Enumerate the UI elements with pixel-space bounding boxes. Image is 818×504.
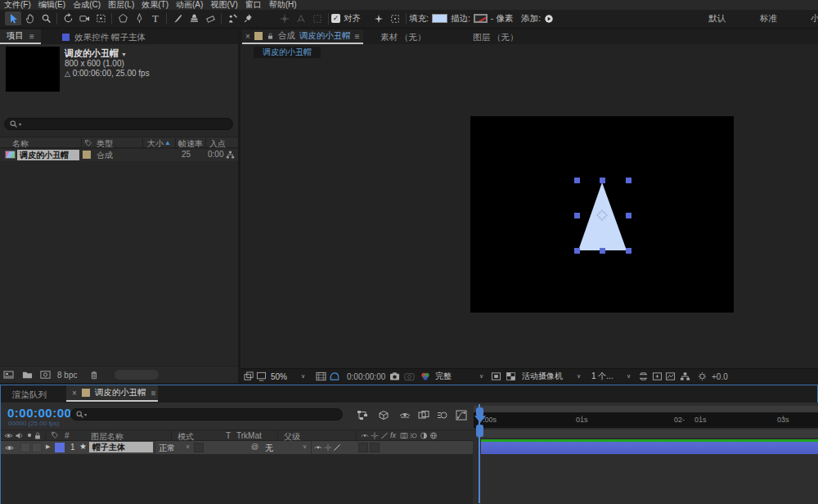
selection-handle[interactable]: [626, 248, 631, 254]
column-size[interactable]: 大小: [147, 138, 164, 150]
selection-handle[interactable]: [574, 213, 580, 218]
selection-handle[interactable]: [600, 248, 605, 254]
project-footer-scrollbar[interactable]: [115, 370, 159, 380]
exposure-icon[interactable]: [697, 369, 708, 384]
lock-icon[interactable]: [267, 32, 274, 40]
close-tab-icon[interactable]: ×: [72, 389, 77, 398]
axis-mode-view-icon[interactable]: [309, 11, 326, 25]
item-label-color[interactable]: [83, 151, 91, 159]
column-type[interactable]: 类型: [97, 138, 113, 150]
layer-quality-icon[interactable]: [333, 443, 341, 452]
snap-bounds-icon[interactable]: [387, 11, 403, 25]
layer-parent-dropdown[interactable]: 无: [265, 443, 273, 454]
time-ruler[interactable]: :00s 01s 02- 01s 03s: [474, 412, 818, 428]
shape-tool-icon[interactable]: [115, 11, 131, 25]
comp-info-name[interactable]: 调皮的小丑帽 ▼: [65, 47, 127, 60]
tab-effect-controls[interactable]: 效果控件 帽子主体: [74, 32, 146, 43]
camera-tool-icon[interactable]: [76, 11, 92, 25]
selection-handle[interactable]: [626, 178, 631, 183]
clone-stamp-tool-icon[interactable]: [186, 11, 202, 25]
selection-handle[interactable]: [574, 178, 580, 183]
transparency-grid-icon[interactable]: [506, 369, 516, 384]
new-folder-icon[interactable]: [18, 370, 36, 380]
tab-render-queue[interactable]: 渲染队列: [12, 389, 47, 401]
project-item-row[interactable]: 调皮的小丑帽 合成 25 0:00: [0, 149, 238, 161]
resolution-dropdown[interactable]: 完整: [435, 369, 452, 384]
workspace-small[interactable]: 小: [811, 10, 818, 27]
type-tool-icon[interactable]: T: [147, 11, 164, 25]
column-inpoint[interactable]: 入点: [209, 138, 226, 150]
project-search-input[interactable]: ▾: [4, 118, 233, 130]
primary-viewer-icon[interactable]: [256, 369, 267, 384]
camera-caret-icon[interactable]: ∨: [577, 369, 581, 384]
comp-thumbnail[interactable]: [6, 47, 60, 92]
panel-menu-icon[interactable]: ≡: [151, 389, 156, 398]
frame-blending-icon[interactable]: [418, 410, 429, 421]
layer-audio-cell[interactable]: [20, 443, 30, 452]
mask-roi-icon[interactable]: [329, 369, 340, 384]
tab-footage[interactable]: 素材 （无）: [380, 32, 425, 43]
layer-expand-icon[interactable]: ▶: [46, 443, 50, 450]
layer-shy-icon[interactable]: [314, 443, 322, 452]
trkmat-column[interactable]: TrkMat: [236, 431, 262, 440]
zoom-tool-icon[interactable]: [38, 11, 54, 25]
mini-flowchart-icon[interactable]: [680, 369, 690, 384]
pixel-aspect-icon[interactable]: [652, 369, 663, 384]
delete-icon[interactable]: [85, 370, 103, 380]
motion-blur-icon[interactable]: [437, 410, 448, 421]
rotation-tool-icon[interactable]: [60, 11, 76, 25]
workspace-standard[interactable]: 标准: [760, 10, 777, 27]
zoom-caret-icon[interactable]: ∨: [301, 369, 305, 384]
work-area-start-handle[interactable]: [476, 425, 483, 437]
layer-mode-dropdown[interactable]: 正常: [159, 443, 175, 454]
layer-visibility-icon[interactable]: [5, 443, 14, 452]
channels-icon[interactable]: [420, 369, 431, 384]
views-caret-icon[interactable]: ∨: [627, 369, 631, 384]
view-layout-dropdown[interactable]: 1 个...: [591, 369, 614, 384]
hand-tool-icon[interactable]: [21, 11, 38, 25]
snap-star-icon[interactable]: [371, 11, 387, 25]
layer-switch-cell[interactable]: [358, 443, 368, 452]
work-area-bar[interactable]: [476, 430, 818, 438]
timeline-navigator[interactable]: [474, 406, 818, 412]
parent-pickwhip-icon[interactable]: @: [251, 443, 258, 451]
column-framerate[interactable]: 帧速率: [178, 138, 203, 150]
interpret-footage-icon[interactable]: [0, 370, 18, 380]
t-column[interactable]: T: [226, 431, 231, 440]
layer-duration-bar[interactable]: [481, 442, 818, 454]
always-preview-icon[interactable]: [244, 369, 254, 384]
stroke-color-swatch[interactable]: [474, 14, 488, 23]
snapshot-icon[interactable]: [389, 369, 400, 384]
share-view-icon[interactable]: [638, 369, 649, 384]
timeline-timecode[interactable]: 0:00:00:00: [7, 406, 71, 420]
selection-handle[interactable]: [600, 178, 605, 183]
comp-breadcrumb[interactable]: 调皮的小丑帽: [254, 47, 321, 58]
shape-triangle[interactable]: [470, 116, 734, 313]
show-snapshot-icon[interactable]: [404, 369, 415, 384]
panel-menu-icon[interactable]: ≡: [355, 32, 360, 41]
shy-layers-icon[interactable]: [399, 410, 411, 421]
draft-3d-icon[interactable]: [378, 410, 389, 421]
fast-previews-icon[interactable]: [665, 369, 676, 384]
layer-name[interactable]: 帽子主体: [89, 442, 153, 452]
mode-caret-icon[interactable]: ∨: [186, 443, 190, 450]
close-tab-icon[interactable]: ×: [245, 32, 250, 41]
label-column-icon[interactable]: [51, 431, 59, 439]
workspace-default[interactable]: 默认: [708, 10, 726, 27]
sort-arrow-icon[interactable]: ▲: [164, 139, 171, 146]
region-of-interest-icon[interactable]: [491, 369, 501, 384]
layer-row[interactable]: ▶ 1 ★ 帽子主体 正常 ∨ @ 无 ∨: [1, 441, 474, 454]
selection-handle[interactable]: [574, 248, 580, 254]
fill-color-swatch[interactable]: [432, 14, 447, 23]
trkmat-cell[interactable]: [194, 443, 204, 452]
index-column[interactable]: #: [65, 431, 70, 440]
layer-collapse-icon[interactable]: [324, 443, 332, 452]
puppet-pin-tool-icon[interactable]: [240, 11, 257, 25]
stroke-width-label[interactable]: - 像素: [491, 13, 513, 25]
layer-solo-cell[interactable]: [32, 443, 42, 452]
pan-behind-tool-icon[interactable]: [92, 11, 109, 25]
composition-canvas[interactable]: [470, 116, 734, 313]
axis-mode-local-icon[interactable]: [276, 11, 293, 25]
composition-flowchart-icon[interactable]: [357, 410, 368, 421]
layer-switch-cell[interactable]: [370, 443, 380, 452]
